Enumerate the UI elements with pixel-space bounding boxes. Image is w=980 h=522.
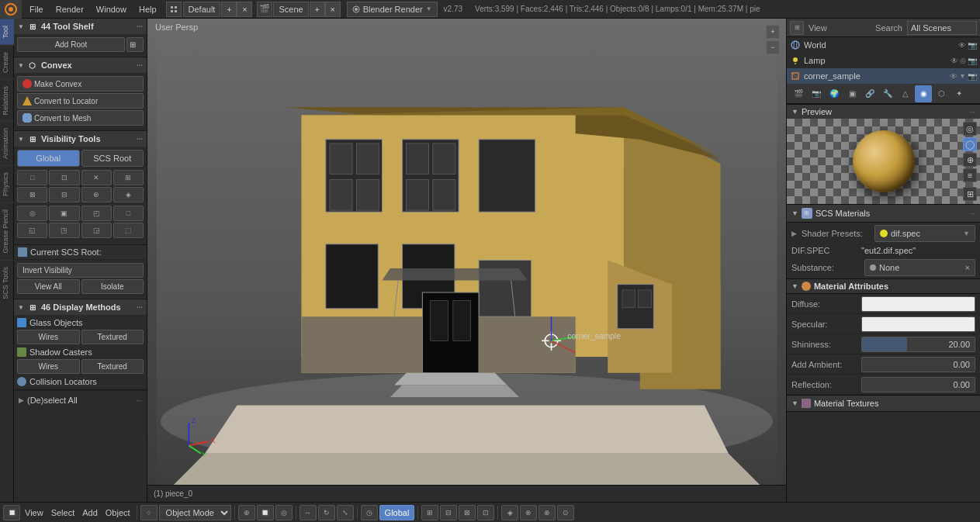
prop-icon-world[interactable]: 🌍 xyxy=(826,85,843,102)
prop-icon-scene[interactable]: 🎬 xyxy=(790,85,807,102)
scs-materials-header[interactable]: ▼ ⊞ SCS Materials ··· xyxy=(787,204,980,223)
lamp-render-icon[interactable]: 📷 xyxy=(968,57,977,65)
vis-icon-1[interactable]: □ xyxy=(17,170,47,185)
view-all-button[interactable]: View All xyxy=(17,279,80,294)
preview-header[interactable]: ▼ Preview ··· xyxy=(787,105,980,119)
prop-icon-texture[interactable]: ⬡ xyxy=(933,85,950,102)
preview-expand[interactable]: ⊞ xyxy=(963,187,977,201)
preview-ctrl-1[interactable]: ◎ xyxy=(963,122,977,136)
vis-icon-4[interactable]: ⊞ xyxy=(113,170,144,185)
vis-icon-7[interactable]: ⊛ xyxy=(81,187,112,202)
convert-mesh-button[interactable]: Convert to Mesh xyxy=(17,110,144,126)
vis-icon-14[interactable]: ◳ xyxy=(49,223,79,238)
menu-render[interactable]: Render xyxy=(50,0,90,19)
prop-icon-modifiers[interactable]: 🔧 xyxy=(879,85,896,102)
vis-icon-10[interactable]: ▣ xyxy=(49,206,79,221)
vis-icon-3[interactable]: ✕ xyxy=(81,170,112,185)
add-menu[interactable]: Add xyxy=(79,508,101,517)
outliner-corner-sample[interactable]: corner_sample 👁 ▼ 📷 xyxy=(787,68,980,84)
mesh-extra[interactable]: ▼ xyxy=(959,72,966,81)
view-menu[interactable]: View xyxy=(22,508,47,517)
vtab-animation[interactable]: Animation xyxy=(0,121,14,165)
nav-btn-minus[interactable]: − xyxy=(766,40,780,54)
global-dropdown[interactable]: Global xyxy=(379,505,415,520)
mode-dropdown[interactable]: Object Mode xyxy=(159,505,231,520)
render-icon-bottom[interactable]: ◷ xyxy=(361,505,378,520)
menu-window[interactable]: Window xyxy=(90,0,133,19)
all-scenes-dropdown[interactable]: All Scenes xyxy=(907,21,977,35)
deselect-header[interactable]: ▶ (De)select All ··· xyxy=(17,394,144,406)
reflection-slider[interactable]: 0.00 xyxy=(861,377,975,392)
menu-file[interactable]: File xyxy=(23,0,50,19)
menu-help[interactable]: Help xyxy=(133,0,163,19)
vis-icon-2[interactable]: ⊡ xyxy=(49,170,79,185)
layout-add[interactable]: + xyxy=(221,2,237,17)
eye-icon[interactable]: 👁 xyxy=(958,41,966,50)
select-menu[interactable]: Select xyxy=(48,508,78,517)
render-icon[interactable]: 📷 xyxy=(968,41,977,50)
shader-dropdown[interactable]: dif.spec ▼ xyxy=(874,225,975,242)
outliner-icon[interactable]: ⊞ xyxy=(790,21,804,35)
vis-icon-12[interactable]: □ xyxy=(113,206,144,221)
vtab-create[interactable]: Create xyxy=(0,45,14,79)
outliner-world[interactable]: World 👁 📷 xyxy=(787,37,980,53)
vis-icon-11[interactable]: ◰ xyxy=(81,206,112,221)
invert-visibility-button[interactable]: Invert Visibility xyxy=(17,263,144,278)
rotate-icon[interactable]: ↻ xyxy=(318,505,335,520)
shadow-wires-button[interactable]: Wires xyxy=(17,359,80,374)
preview-ctrl-2[interactable]: ◯ xyxy=(963,137,977,151)
screen-icon[interactable] xyxy=(166,2,182,17)
scene-remove[interactable]: × xyxy=(325,2,341,17)
convert-locator-button[interactable]: Convert to Locator xyxy=(17,93,144,109)
prop-icon-render[interactable]: 📷 xyxy=(808,85,825,102)
translate-icon[interactable]: ↔ xyxy=(300,505,317,520)
outliner-lamp[interactable]: Lamp 👁 ◎ 📷 xyxy=(787,53,980,68)
glass-textured-button[interactable]: Textured xyxy=(81,330,144,344)
vis-icon-9[interactable]: ◎ xyxy=(17,206,47,221)
engine-selector[interactable]: Blender Render ▼ xyxy=(347,2,438,17)
prop-icon-particles[interactable]: ✦ xyxy=(951,85,968,102)
vtab-scs[interactable]: SCS Tools xyxy=(0,260,14,306)
prop-icon-data[interactable]: △ xyxy=(897,85,914,102)
vtab-tool[interactable]: Tool xyxy=(0,19,14,45)
isolate-button[interactable]: Isolate xyxy=(81,279,144,294)
snap-icon[interactable]: 🔲 xyxy=(257,505,274,520)
bottom-icon-d[interactable]: ⊡ xyxy=(477,505,494,520)
vis-icon-6[interactable]: ⊟ xyxy=(49,187,79,202)
glass-wires-button[interactable]: Wires xyxy=(17,330,80,344)
specular-color-picker[interactable] xyxy=(861,316,975,332)
lamp-extra[interactable]: ◎ xyxy=(960,57,966,65)
vtab-physics[interactable]: Physics xyxy=(0,165,14,202)
preview-ctrl-3[interactable]: ⊕ xyxy=(963,153,977,167)
display-methods-header[interactable]: ▼ ⊞ 46 Display Methods ··· xyxy=(14,299,147,315)
vis-icon-8[interactable]: ◈ xyxy=(113,187,144,202)
vis-icon-13[interactable]: ◱ xyxy=(17,223,47,238)
nav-btn-zoom[interactable]: + xyxy=(766,25,780,39)
mode-icon[interactable]: ○ xyxy=(140,505,158,520)
mesh-eye-icon[interactable]: 👁 xyxy=(950,72,957,81)
layout-remove[interactable]: × xyxy=(237,2,252,17)
convex-header[interactable]: ▼ ⬡ Convex ··· xyxy=(14,57,147,73)
make-convex-button[interactable]: Make Convex xyxy=(17,76,144,92)
mesh-render-icon[interactable]: 📷 xyxy=(968,72,977,81)
bottom-icon-f[interactable]: ⊗ xyxy=(520,505,537,520)
add-root-extra[interactable]: ⊞ xyxy=(126,37,144,52)
tool-shelf-header[interactable]: ▼ ⊞ 44 Tool Shelf ··· xyxy=(14,19,147,34)
bottom-icon-e[interactable]: ◈ xyxy=(501,505,518,520)
vtab-grease[interactable]: Grease Pencil xyxy=(0,202,14,260)
shadow-textured-button[interactable]: Textured xyxy=(81,359,144,374)
bottom-icon-b[interactable]: ⊟ xyxy=(440,505,457,520)
bottom-icon-a[interactable]: ⊞ xyxy=(421,505,438,520)
scs-root-btn[interactable]: SCS Root xyxy=(81,150,144,167)
prop-icon-material[interactable]: ◉ xyxy=(915,85,932,102)
vis-icon-5[interactable]: ⊠ xyxy=(17,187,47,202)
scale-icon[interactable]: ⤡ xyxy=(337,505,354,520)
substance-dropdown[interactable]: None × xyxy=(864,259,975,276)
layout-selector[interactable]: Default xyxy=(183,2,221,17)
scene-selector[interactable]: Scene xyxy=(273,2,308,17)
main-viewport[interactable]: User Persp xyxy=(147,19,786,502)
preview-ctrl-4[interactable]: ≡ xyxy=(963,168,977,182)
shader-arrow-btn[interactable]: ▶ xyxy=(791,230,797,237)
mat-attr-header[interactable]: ▼ Material Attributes xyxy=(787,278,980,294)
vis-icon-16[interactable]: ⬚ xyxy=(113,223,144,238)
